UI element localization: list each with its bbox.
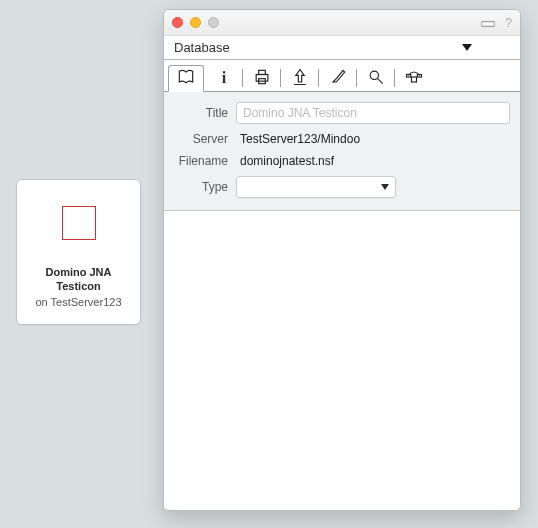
- tab-info[interactable]: i: [206, 65, 242, 91]
- label-type: Type: [174, 180, 236, 194]
- tab-design[interactable]: [320, 65, 356, 91]
- tab-launch[interactable]: [282, 65, 318, 91]
- search-icon: [366, 67, 386, 90]
- properties-form: Title Server TestServer123/Mindoo Filena…: [164, 92, 520, 211]
- label-server: Server: [174, 132, 236, 146]
- tab-advanced[interactable]: [396, 65, 432, 91]
- type-select[interactable]: [236, 176, 396, 198]
- svg-line-6: [378, 78, 383, 83]
- svg-rect-0: [481, 21, 495, 26]
- label-title: Title: [174, 106, 236, 120]
- brush-icon: [328, 67, 348, 90]
- category-label: Database: [174, 40, 230, 55]
- window-controls: [172, 17, 219, 28]
- overflow-icon[interactable]: [481, 16, 495, 30]
- database-tile[interactable]: Domino JNA Testicon on TestServer123: [16, 179, 141, 325]
- tile-subtitle: on TestServer123: [35, 296, 121, 308]
- svg-rect-1: [256, 74, 268, 81]
- tab-search[interactable]: [358, 65, 394, 91]
- chevron-down-icon: [381, 184, 389, 190]
- chevron-down-icon: [462, 44, 472, 51]
- svg-rect-8: [417, 74, 421, 77]
- tile-title: Domino JNA Testicon: [38, 266, 120, 294]
- properties-window: ? Database i: [163, 9, 521, 511]
- info-icon: i: [222, 69, 226, 87]
- tab-strip: i: [164, 60, 520, 92]
- filename-value: dominojnatest.nsf: [236, 154, 510, 168]
- svg-rect-7: [407, 74, 411, 77]
- tab-print[interactable]: [244, 65, 280, 91]
- svg-point-5: [370, 71, 378, 79]
- label-filename: Filename: [174, 154, 236, 168]
- printer-icon: [252, 67, 272, 90]
- minimize-icon[interactable]: [190, 17, 201, 28]
- window-titlebar[interactable]: ?: [164, 10, 520, 36]
- book-icon: [176, 67, 196, 90]
- category-dropdown[interactable]: Database: [164, 36, 520, 60]
- help-icon[interactable]: ?: [505, 16, 512, 30]
- svg-rect-2: [259, 70, 266, 74]
- server-value: TestServer123/Mindoo: [236, 132, 510, 146]
- zoom-icon[interactable]: [208, 17, 219, 28]
- tab-basics[interactable]: [168, 65, 204, 92]
- phone-icon: [404, 67, 424, 90]
- title-field[interactable]: [236, 102, 510, 124]
- properties-body-blank: [164, 211, 520, 511]
- launch-icon: [290, 67, 310, 90]
- close-icon[interactable]: [172, 17, 183, 28]
- tile-icon-swatch: [62, 206, 96, 240]
- svg-rect-9: [412, 77, 417, 82]
